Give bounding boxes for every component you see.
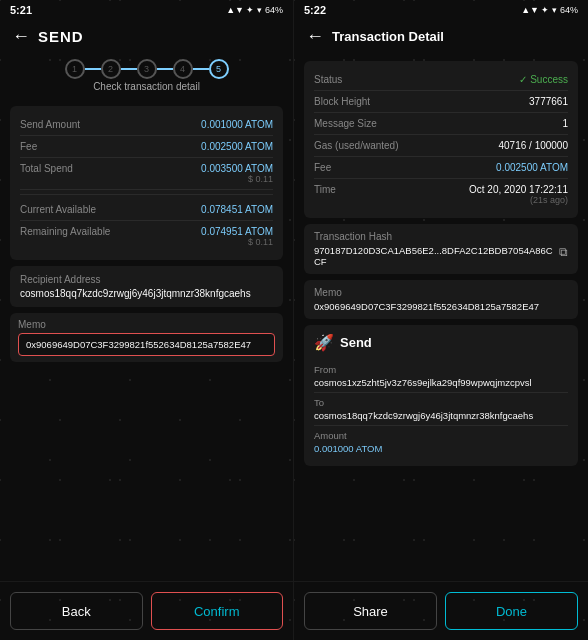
fee-value-right: 0.002500 ATOM — [496, 162, 568, 173]
step-line-3 — [157, 68, 173, 70]
step-label: Check transaction detail — [0, 81, 293, 98]
current-available-row: Current Available 0.078451 ATOM — [20, 199, 273, 221]
page-title-left: SEND — [38, 28, 84, 45]
memo-value-left: 0x9069649D07C3F3299821f552634D8125a7582E… — [26, 339, 267, 350]
step-3: 3 — [137, 59, 157, 79]
total-spend-value: 0.003500 ATOM $ 0.11 — [201, 163, 273, 184]
to-row: To cosmos18qq7kzdc9zrwgj6y46j3jtqmnzr38k… — [314, 393, 568, 426]
to-value: cosmos18qq7kzdc9zrwgj6y46j3jtqmnzr38knfg… — [314, 410, 568, 421]
to-label: To — [314, 397, 568, 408]
remaining-available-label: Remaining Available — [20, 226, 110, 237]
current-available-value: 0.078451 ATOM — [201, 204, 273, 215]
status-value: ✓ Success — [519, 74, 568, 85]
memo-card-right: Memo 0x9069649D07C3F3299821f552634D8125a… — [304, 280, 578, 319]
tx-detail-content: Status ✓ Success Block Height 3777661 Me… — [294, 53, 588, 581]
status-row: Status ✓ Success — [314, 69, 568, 91]
signal-icon-right: ▲▼ ✦ ▾ — [521, 5, 557, 15]
copy-icon[interactable]: ⧉ — [559, 245, 568, 259]
tx-hash-label: Transaction Hash — [314, 231, 568, 242]
send-icon: 🚀 — [314, 333, 334, 352]
current-available-label: Current Available — [20, 204, 96, 215]
send-content: Send Amount 0.001000 ATOM Fee 0.002500 A… — [0, 98, 293, 581]
message-size-label: Message Size — [314, 118, 377, 129]
time-value: Oct 20, 2020 17:22:11 (21s ago) — [469, 184, 568, 205]
signal-icon-left: ▲▼ ✦ ▾ — [226, 5, 262, 15]
memo-box: 0x9069649D07C3F3299821f552634D8125a7582E… — [18, 333, 275, 356]
back-icon-right[interactable]: ← — [306, 26, 324, 47]
remaining-available-row: Remaining Available 0.074951 ATOM $ 0.11 — [20, 221, 273, 252]
amount-label: Amount — [314, 430, 568, 441]
time-right: 5:22 — [304, 4, 326, 16]
bottom-bar-left: Back Confirm — [0, 581, 293, 640]
step-line-4 — [193, 68, 209, 70]
block-height-label: Block Height — [314, 96, 370, 107]
gas-row: Gas (used/wanted) 40716 / 100000 — [314, 135, 568, 157]
back-button[interactable]: Back — [10, 592, 143, 630]
fee-row: Fee 0.002500 ATOM — [20, 136, 273, 158]
total-spend-row: Total Spend 0.003500 ATOM $ 0.11 — [20, 158, 273, 190]
tx-hash-card: Transaction Hash 970187D120D3CA1AB56E2..… — [304, 224, 578, 274]
bottom-bar-right: Share Done — [294, 581, 588, 640]
fee-label: Fee — [20, 141, 37, 152]
send-amount-value: 0.001000 ATOM — [201, 119, 273, 130]
tx-info-card: Status ✓ Success Block Height 3777661 Me… — [304, 61, 578, 218]
status-icons-right: ▲▼ ✦ ▾ 64% — [521, 5, 578, 15]
send-detail-card: 🚀 Send From cosmos1xz5zht5jv3z76s9ejlka2… — [304, 325, 578, 466]
status-icons-left: ▲▼ ✦ ▾ 64% — [226, 5, 283, 15]
step-2: 2 — [101, 59, 121, 79]
page-title-right: Transaction Detail — [332, 29, 444, 44]
memo-label-left: Memo — [18, 319, 275, 330]
status-bar-left: 5:21 ▲▼ ✦ ▾ 64% — [0, 0, 293, 20]
step-4: 4 — [173, 59, 193, 79]
message-size-row: Message Size 1 — [314, 113, 568, 135]
amount-value: 0.001000 ATOM — [314, 443, 568, 454]
tx-hash-text: 970187D120D3CA1AB56E2...8DFA2C12BDB7054A… — [314, 245, 555, 267]
memo-label-right: Memo — [314, 287, 568, 298]
block-height-row: Block Height 3777661 — [314, 91, 568, 113]
step-1: 1 — [65, 59, 85, 79]
step-indicator: 1 2 3 4 5 — [0, 53, 293, 81]
tx-hash-value-row: 970187D120D3CA1AB56E2...8DFA2C12BDB7054A… — [314, 245, 568, 267]
fee-label-right: Fee — [314, 162, 331, 173]
from-value: cosmos1xz5zht5jv3z76s9ejlka29qf99wpwqjmz… — [314, 377, 568, 388]
memo-card: Memo 0x9069649D07C3F3299821f552634D8125a… — [10, 313, 283, 362]
send-panel: 5:21 ▲▼ ✦ ▾ 64% ← SEND 1 2 3 4 5 Check t… — [0, 0, 294, 640]
transaction-detail-panel: 5:22 ▲▼ ✦ ▾ 64% ← Transaction Detail Sta… — [294, 0, 588, 640]
send-amount-row: Send Amount 0.001000 ATOM — [20, 114, 273, 136]
confirm-button[interactable]: Confirm — [151, 592, 284, 630]
fee-value: 0.002500 ATOM — [201, 141, 273, 152]
recipient-label: Recipient Address — [20, 274, 273, 285]
remaining-available-value: 0.074951 ATOM $ 0.11 — [201, 226, 273, 247]
battery-left: 64% — [265, 5, 283, 15]
battery-right: 64% — [560, 5, 578, 15]
step-5: 5 — [209, 59, 229, 79]
from-label: From — [314, 364, 568, 375]
amount-row: Amount 0.001000 ATOM — [314, 426, 568, 458]
time-label: Time — [314, 184, 336, 195]
recipient-value: cosmos18qq7kzdc9zrwgj6y46j3jtqmnzr38knfg… — [20, 288, 273, 299]
send-amount-label: Send Amount — [20, 119, 80, 130]
from-row: From cosmos1xz5zht5jv3z76s9ejlka29qf99wp… — [314, 360, 568, 393]
header-right: ← Transaction Detail — [294, 20, 588, 53]
amounts-card: Send Amount 0.001000 ATOM Fee 0.002500 A… — [10, 106, 283, 260]
message-size-value: 1 — [562, 118, 568, 129]
memo-value-right: 0x9069649D07C3F3299821f552634D8125a7582E… — [314, 301, 568, 312]
status-bar-right: 5:22 ▲▼ ✦ ▾ 64% — [294, 0, 588, 20]
recipient-card: Recipient Address cosmos18qq7kzdc9zrwgj6… — [10, 266, 283, 307]
time-left: 5:21 — [10, 4, 32, 16]
send-card-header: 🚀 Send — [314, 333, 568, 352]
share-button[interactable]: Share — [304, 592, 437, 630]
block-height-value: 3777661 — [529, 96, 568, 107]
gas-value: 40716 / 100000 — [498, 140, 568, 151]
total-spend-label: Total Spend — [20, 163, 73, 174]
step-line-1 — [85, 68, 101, 70]
done-button[interactable]: Done — [445, 592, 578, 630]
header-left: ← SEND — [0, 20, 293, 53]
status-label: Status — [314, 74, 342, 85]
time-row: Time Oct 20, 2020 17:22:11 (21s ago) — [314, 179, 568, 210]
back-icon-left[interactable]: ← — [12, 26, 30, 47]
gas-label: Gas (used/wanted) — [314, 140, 399, 151]
check-icon: ✓ — [519, 74, 527, 85]
send-title-text: Send — [340, 335, 372, 350]
step-line-2 — [121, 68, 137, 70]
